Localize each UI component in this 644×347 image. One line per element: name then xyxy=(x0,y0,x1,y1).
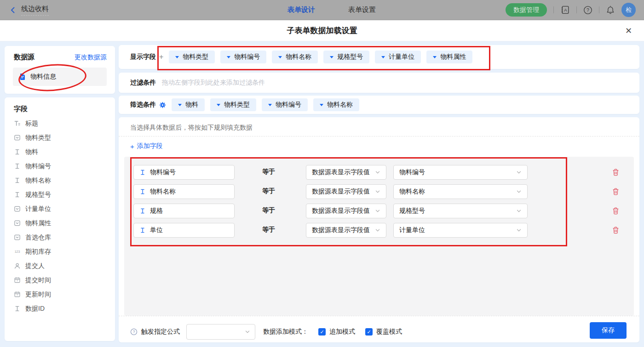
change-datasource-link[interactable]: 更改数据源 xyxy=(75,53,107,62)
title-icon xyxy=(14,120,21,127)
avatar[interactable]: 检 xyxy=(621,3,636,17)
rule-field-label: 物料名称 xyxy=(150,188,176,196)
field-item[interactable]: 提交时间 xyxy=(5,273,115,287)
add-display-field-button[interactable]: + xyxy=(159,53,163,61)
field-item-label: 物料编号 xyxy=(25,162,51,171)
fill-rules-card: 当选择具体数据后，将按如下规则填充数据 + 添加字段 物料编号 等于 数据源表显… xyxy=(119,117,639,342)
add-field-button[interactable]: + 添加字段 xyxy=(130,142,163,150)
display-field-tag[interactable]: 物料属性 xyxy=(426,51,472,63)
filter-condition-row[interactable]: 过滤条件 拖动左侧字段到此处来添加过滤条件 xyxy=(119,73,639,93)
app-header: 线边收料 表单设计 表单设置 数据管理 检 xyxy=(0,0,644,20)
dialog-title: 子表单数据加载设置 xyxy=(287,25,357,36)
rule-source-select[interactable]: 数据源表显示字段值 xyxy=(306,184,386,199)
rule-source-select[interactable]: 数据源表显示字段值 xyxy=(306,165,386,180)
caret-down-icon xyxy=(178,104,182,106)
dialog-footer: 触发指定公式 数据添加模式： ✓ 追加模式 ✓ 覆盖模式 保存 xyxy=(119,321,639,342)
rule-target-field[interactable]: 规格 xyxy=(133,204,235,218)
rule-value-select[interactable]: 规格型号 xyxy=(393,204,528,218)
save-button[interactable]: 保存 xyxy=(590,322,627,339)
display-field-tag[interactable]: 物料名称 xyxy=(272,51,318,63)
field-item[interactable]: 物料类型 xyxy=(5,131,115,145)
form-name: 线边收料 xyxy=(21,5,49,16)
trash-icon[interactable] xyxy=(612,168,620,176)
tag-label: 物料名称 xyxy=(327,101,353,109)
rules-panel: 物料编号 等于 数据源表显示字段值 物料编号 物料名称 等于 数据源表显示字段值… xyxy=(124,157,634,316)
document-icon xyxy=(19,73,26,80)
display-field-tag[interactable]: 计量单位 xyxy=(375,51,421,63)
text-field-icon xyxy=(139,169,146,176)
text-field-icon xyxy=(14,191,21,198)
rule-value-select[interactable]: 物料编号 xyxy=(393,165,528,180)
screen-condition-tag[interactable]: 物料编号 xyxy=(262,98,308,111)
rule-source-select[interactable]: 数据源表显示字段值 xyxy=(306,204,386,218)
screen-condition-tag[interactable]: 物料名称 xyxy=(313,98,359,111)
display-fields-row: 显示字段 + 物料类型 物料编号 物料名称 规格型号 计量单位 物料属性 xyxy=(119,45,639,69)
rule-row: 物料名称 等于 数据源表显示字段值 物料名称 xyxy=(124,184,634,199)
back-button[interactable]: 线边收料 xyxy=(9,5,49,16)
field-item[interactable]: 物料 xyxy=(5,145,115,159)
screen-condition-tag[interactable]: 物料类型 xyxy=(210,98,256,111)
caret-down-icon xyxy=(320,104,323,106)
field-item[interactable]: 期初库存 xyxy=(5,245,115,259)
select-field-icon xyxy=(14,234,21,241)
field-item[interactable]: 计量单位 xyxy=(5,202,115,216)
field-item[interactable]: 规格型号 xyxy=(5,188,115,202)
help-circle-icon[interactable] xyxy=(130,328,138,336)
field-item-label: 提交人 xyxy=(25,262,45,270)
screen-condition-tag[interactable]: 物料 xyxy=(172,98,205,111)
gear-icon[interactable] xyxy=(159,102,166,108)
help-icon[interactable] xyxy=(583,6,592,15)
tag-label: 计量单位 xyxy=(389,53,414,61)
rule-value-select[interactable]: 计量单位 xyxy=(393,223,528,238)
append-mode-checkbox[interactable]: ✓ 追加模式 xyxy=(318,328,355,336)
tag-label: 物料编号 xyxy=(234,53,260,61)
field-item[interactable]: 物料编号 xyxy=(5,159,115,173)
rule-target-field[interactable]: 物料名称 xyxy=(133,184,235,199)
rule-source-select[interactable]: 数据源表显示字段值 xyxy=(306,223,386,238)
select-field-icon xyxy=(14,205,21,212)
field-item[interactable]: 物料属性 xyxy=(5,216,115,230)
rule-operator: 等于 xyxy=(262,168,275,176)
trigger-formula-select[interactable] xyxy=(186,324,255,340)
field-item[interactable]: 物料名称 xyxy=(5,173,115,188)
filter-condition-label: 过滤条件 xyxy=(130,79,156,87)
field-item[interactable]: 提交人 xyxy=(5,259,115,273)
select-field-icon xyxy=(14,134,21,141)
field-item[interactable]: 首选仓库 xyxy=(5,230,115,245)
trash-icon[interactable] xyxy=(612,188,620,195)
close-icon[interactable]: ✕ xyxy=(625,26,632,36)
display-field-tag[interactable]: 物料编号 xyxy=(220,51,266,63)
rule-source-value: 数据源表显示字段值 xyxy=(312,207,370,215)
datasource-panel: 数据源 更改数据源 物料信息 xyxy=(5,46,115,94)
screen-condition-row: 筛选条件 物料 物料类型 物料编号 物料名称 xyxy=(119,96,639,114)
checkbox-checked-icon: ✓ xyxy=(365,328,373,336)
field-item-label: 期初库存 xyxy=(25,248,51,256)
datasource-item[interactable]: 物料信息 xyxy=(13,68,107,86)
bell-icon[interactable] xyxy=(606,6,615,15)
chevron-down-icon xyxy=(375,170,380,175)
rule-source-value: 数据源表显示字段值 xyxy=(312,226,370,234)
add-field-label: 添加字段 xyxy=(137,142,163,150)
display-field-tag[interactable]: 规格型号 xyxy=(323,51,369,63)
field-item[interactable]: 标题 xyxy=(5,116,115,131)
data-manage-button[interactable]: 数据管理 xyxy=(506,3,547,17)
overwrite-mode-checkbox[interactable]: ✓ 覆盖模式 xyxy=(365,328,402,336)
tab-form-design[interactable]: 表单设计 xyxy=(288,6,315,14)
trash-icon[interactable] xyxy=(612,226,620,234)
rule-target-field[interactable]: 物料编号 xyxy=(133,165,235,180)
rule-value-select[interactable]: 物料名称 xyxy=(393,184,528,199)
tab-form-settings[interactable]: 表单设置 xyxy=(348,6,376,14)
rule-target-field[interactable]: 单位 xyxy=(133,223,235,238)
checkbox-checked-icon: ✓ xyxy=(318,328,326,336)
rule-value-label: 规格型号 xyxy=(399,207,425,215)
caret-down-icon xyxy=(278,56,282,58)
trigger-formula-label: 触发指定公式 xyxy=(141,328,180,336)
field-item[interactable]: 更新时间 xyxy=(5,287,115,301)
calendar-icon xyxy=(14,277,21,284)
display-field-tag[interactable]: 物料类型 xyxy=(169,51,215,63)
filter-drop-placeholder: 拖动左侧字段到此处来添加过滤条件 xyxy=(162,79,265,87)
rule-row: 单位 等于 数据源表显示字段值 计量单位 xyxy=(124,223,634,238)
field-item[interactable]: 数据ID xyxy=(5,301,115,316)
address-book-icon[interactable] xyxy=(560,5,570,15)
trash-icon[interactable] xyxy=(612,207,620,215)
